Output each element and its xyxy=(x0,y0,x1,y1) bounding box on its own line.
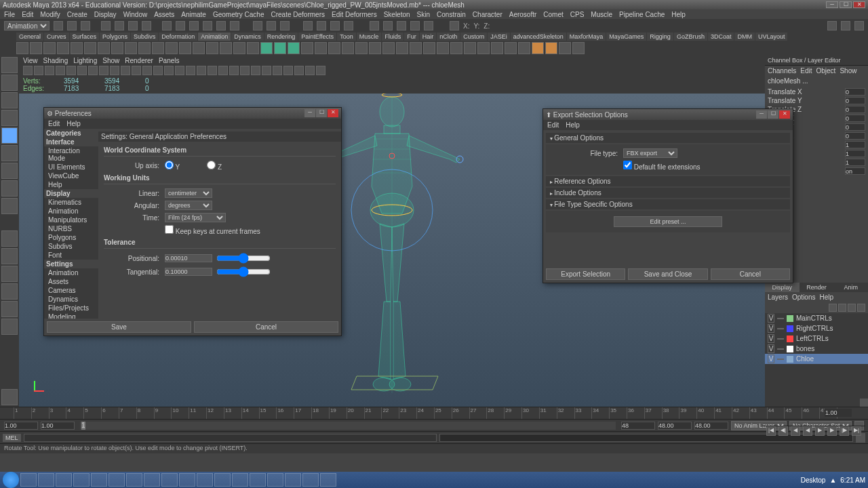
menu-file[interactable]: File xyxy=(4,11,15,18)
layout-persp-outliner-icon[interactable] xyxy=(1,283,18,300)
taskbar-app-icon[interactable] xyxy=(73,473,90,487)
prefs-cat-viewcube[interactable]: ViewCube xyxy=(44,171,98,180)
include-options-section[interactable]: Include Options xyxy=(546,188,790,198)
snap-icon[interactable] xyxy=(162,21,172,30)
shelf-icon[interactable] xyxy=(450,42,462,54)
export-menu-edit[interactable]: Edit xyxy=(547,121,559,129)
playback-start[interactable] xyxy=(41,422,75,430)
select-mask-icon[interactable] xyxy=(424,21,433,30)
layer-icon[interactable] xyxy=(838,304,846,312)
shelf-icon[interactable] xyxy=(16,42,28,54)
cb-menu-edit[interactable]: Edit xyxy=(800,67,812,75)
sym-icon[interactable] xyxy=(450,21,459,30)
layer-tab-display[interactable]: Display xyxy=(765,283,800,292)
range-end[interactable] xyxy=(694,422,728,430)
save-close-button[interactable]: Save and Close xyxy=(628,268,707,280)
sidebar-toggle-icon[interactable] xyxy=(854,21,864,30)
prefs-cat-cameras[interactable]: Cameras xyxy=(44,286,98,295)
shelf-icon[interactable] xyxy=(111,42,123,54)
shelf-icon[interactable] xyxy=(301,42,313,54)
shelf-tab-mayagames[interactable]: MayaGames xyxy=(606,33,646,41)
prefs-cat-ui-elements[interactable]: UI Elements xyxy=(44,163,98,171)
move-tool-icon[interactable] xyxy=(1,110,18,126)
shelf-icon[interactable] xyxy=(410,42,422,54)
tool-settings-icon[interactable] xyxy=(1,389,18,405)
vp-icon[interactable] xyxy=(164,66,174,75)
menu-cps[interactable]: CPS xyxy=(570,11,585,18)
step-back-button[interactable]: ◀| xyxy=(778,426,788,436)
dialog-maximize-button[interactable]: ☐ xyxy=(316,109,327,117)
dialog-minimize-button[interactable]: ─ xyxy=(756,110,767,119)
render-icon[interactable] xyxy=(253,21,262,30)
upaxis-y-radio[interactable]: Y xyxy=(165,161,180,171)
shelf-icon[interactable] xyxy=(193,42,205,54)
shelf-icon[interactable] xyxy=(464,42,476,54)
key-fwd-button[interactable]: ▶ xyxy=(827,426,837,436)
shelf-icon[interactable] xyxy=(355,42,368,54)
menu-assets[interactable]: Assets xyxy=(154,11,174,18)
layer-row[interactable]: VChloe xyxy=(765,354,868,364)
start-button[interactable] xyxy=(3,472,19,488)
taskbar-app-icon[interactable] xyxy=(250,473,266,487)
prefs-cat-animation[interactable]: Animation xyxy=(44,207,98,216)
select-mask-icon[interactable] xyxy=(370,21,379,30)
vp-icon[interactable] xyxy=(262,66,271,75)
general-options-section[interactable]: General Options xyxy=(546,133,790,143)
shelf-icon[interactable] xyxy=(328,42,340,54)
shelf-icon[interactable] xyxy=(315,42,327,54)
layout-single-icon[interactable] xyxy=(1,230,18,247)
menu-skin[interactable]: Skin xyxy=(417,11,430,18)
menu-constrain[interactable]: Constrain xyxy=(437,11,466,18)
shelf-icon[interactable] xyxy=(369,42,381,54)
vp-menu-renderer[interactable]: Renderer xyxy=(125,57,153,64)
shelf-icon[interactable] xyxy=(274,42,286,54)
menu-display[interactable]: Display xyxy=(94,11,117,18)
shelf-tab-3dcoat[interactable]: 3DCoat xyxy=(708,33,734,41)
maximize-button[interactable]: ☐ xyxy=(840,1,852,8)
linear-select[interactable]: centimeter xyxy=(165,188,212,198)
shelf-tab-toon[interactable]: Toon xyxy=(337,33,356,41)
attr-value[interactable] xyxy=(845,88,865,96)
vp-icon[interactable] xyxy=(251,66,260,75)
shelf-tab-maxformaya[interactable]: MaxforMaya xyxy=(567,33,606,41)
vp-icon[interactable] xyxy=(305,66,315,75)
taskbar-app-icon[interactable] xyxy=(197,473,213,487)
angular-select[interactable]: degrees xyxy=(165,201,212,210)
layer-row[interactable]: VLeftCTRLs xyxy=(765,333,868,344)
vp-icon[interactable] xyxy=(23,66,33,75)
statusline-icon[interactable] xyxy=(115,21,124,30)
construction-icon[interactable] xyxy=(303,21,313,30)
attr-value[interactable] xyxy=(845,167,865,175)
shelf-icon[interactable] xyxy=(84,42,96,54)
statusline-icon[interactable] xyxy=(54,21,63,30)
menu-aerosoftr[interactable]: Aerosoftr xyxy=(509,11,537,18)
taskbar-app-icon[interactable] xyxy=(38,473,54,487)
taskbar-app-icon[interactable] xyxy=(126,473,142,487)
playback-end[interactable] xyxy=(658,422,692,430)
play-button[interactable]: ▶ xyxy=(815,426,825,436)
dialog-minimize-button[interactable]: ─ xyxy=(304,109,315,117)
menu-create-deformers[interactable]: Create Deformers xyxy=(271,11,325,18)
universal-manip-icon[interactable] xyxy=(1,163,18,179)
cb-menu-channels[interactable]: Channels xyxy=(768,67,796,75)
shelf-icon[interactable] xyxy=(288,42,300,54)
prefs-cat-subdivs[interactable]: Subdivs xyxy=(44,242,98,251)
shelf-tab-dynamics[interactable]: Dynamics xyxy=(231,33,264,41)
taskbar-app-icon[interactable] xyxy=(285,473,301,487)
shelf-tab-animation[interactable]: Animation xyxy=(198,33,231,41)
vp-icon[interactable] xyxy=(121,66,130,75)
shelf-icon[interactable] xyxy=(260,42,273,54)
default-ext-checkbox[interactable]: Default file extensions xyxy=(623,161,701,171)
play-back-button[interactable]: ◀ xyxy=(803,426,812,436)
taskbar-app-icon[interactable] xyxy=(91,473,107,487)
construction-icon[interactable] xyxy=(317,21,326,30)
statusline-icon[interactable] xyxy=(81,21,90,30)
go-end-button[interactable]: ▶| xyxy=(852,426,861,436)
shelf-icon[interactable] xyxy=(220,42,232,54)
module-selector[interactable]: Animation xyxy=(4,21,50,30)
taskbar-app-icon[interactable] xyxy=(161,473,178,487)
prefs-cat-manipulators[interactable]: Manipulators xyxy=(44,216,98,224)
layer-tab-render[interactable]: Render xyxy=(800,283,834,292)
render-icon[interactable] xyxy=(280,21,290,30)
shelf-tab-rigging[interactable]: Rigging xyxy=(647,33,673,41)
